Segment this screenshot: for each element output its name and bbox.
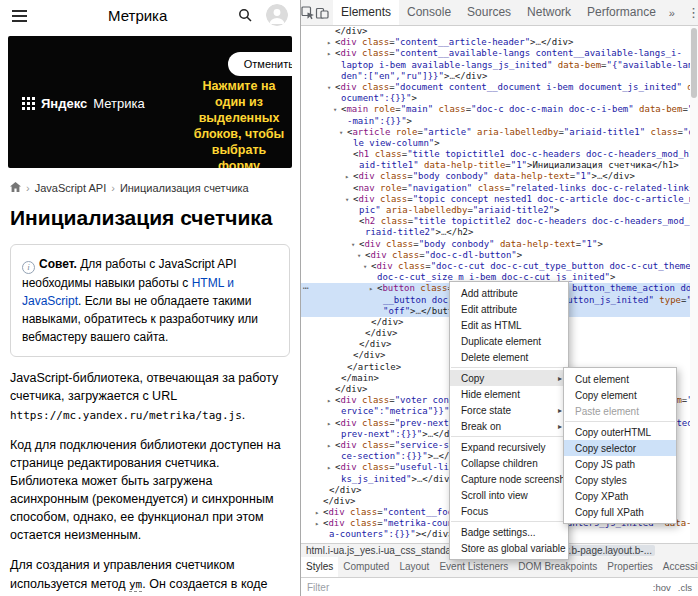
dom-tree-line[interactable]: riaid-title2">…</h2> [301,227,698,238]
collapse-arrow-icon[interactable]: ▾ [363,262,371,272]
dom-tree-line[interactable]: ▾<main role="main" class="doc-c doc-c-ma… [301,104,698,115]
menu-item-add-attribute[interactable]: Add attribute [450,285,568,301]
menu-item-badge-settings[interactable]: Badge settings... [450,524,568,540]
scrollbar-thumb[interactable] [691,28,697,98]
sidebar-tab-event-listeners[interactable]: Event Listeners [434,557,513,577]
cancel-button[interactable]: Отменить [228,52,292,76]
expand-arrow-icon[interactable]: ▸ [315,519,323,529]
dom-tree-line[interactable]: ▾<div class="doc-c-cut doc-c-cut_type_bu… [301,261,698,272]
menu-item-collapse-children[interactable]: Collapse children [450,455,568,471]
devtools-tab-network[interactable]: Network [519,0,579,25]
toggle-cls[interactable]: .cls [678,582,692,593]
dom-tree-line[interactable]: le view-column"> [301,138,698,149]
dom-tree-line[interactable]: laptop i-bem available-langs_js_inited" … [301,60,698,71]
devtools-tab-sources[interactable]: Sources [459,0,519,25]
dom-tree-line[interactable]: ▾<div class="body conbody" data-help-tex… [301,239,698,250]
dom-tree-line[interactable]: ▾<div class="topic concept nested1 doc-c… [301,194,698,205]
menu-item-copy-element[interactable]: Copy element [564,387,676,403]
menu-item-duplicate-element[interactable]: Duplicate element [450,333,568,349]
collapse-arrow-icon[interactable]: ▾ [345,195,353,205]
menu-item-edit-attribute[interactable]: Edit attribute [450,301,568,317]
ym-method-link[interactable]: ym [129,578,142,592]
menu-item-cut-element[interactable]: Cut element [564,371,676,387]
collapse-arrow-icon[interactable]: ▾ [351,240,359,250]
user-avatar[interactable] [266,4,288,26]
code-token: -main":{}}" [347,116,407,126]
styles-filter-input[interactable] [307,582,487,593]
search-icon[interactable] [238,8,252,26]
dom-tree-line[interactable]: pic" aria-labelledby="ariaid-title2"> [301,205,698,216]
dom-tree-line[interactable]: ocument":{}}"> [301,93,698,104]
menu-item-scroll-into-view[interactable]: Scroll into view [450,487,568,503]
devtools-tab-performance[interactable]: Performance [579,0,664,25]
more-tabs-icon[interactable]: » [664,7,680,19]
menu-item-capture-node-screenshot[interactable]: Capture node screenshot [450,471,568,487]
collapse-arrow-icon[interactable]: ▾ [333,105,341,115]
menu-item-store-as-global-variable[interactable]: Store as global variable [450,540,568,556]
devtools-tab-elements[interactable]: Elements [333,0,399,25]
menu-item-hide-element[interactable]: Hide element [450,386,568,402]
collapse-arrow-icon[interactable]: ▾ [327,83,335,93]
device-toolbar-icon[interactable] [315,1,329,25]
menu-item-force-state[interactable]: Force state▸ [450,402,568,418]
menu-icon[interactable] [12,10,27,25]
arrow-spacer [315,497,323,507]
breadcrumb-item-javascript-api[interactable]: JavaScript API [35,182,107,194]
dom-tree-line[interactable]: ▾<div class="doc-c-dl-button"> [301,250,698,261]
menu-item-copy-outerhtml[interactable]: Copy outerHTML [564,424,676,440]
expand-arrow-icon[interactable]: ▸ [327,396,335,406]
dom-tree-line[interactable]: ▾<div class="document content__document … [301,82,698,93]
sidebar-tab-layout[interactable]: Layout [394,557,434,577]
dom-tree-line[interactable]: ▸<div class="body conbody" data-help-tex… [301,171,698,182]
dom-tree-line[interactable]: </div> [301,26,698,37]
dom-tree-line[interactable]: <h1 class="title topictitle1 doc-c-heade… [301,149,698,160]
home-icon[interactable] [10,182,21,194]
sidebar-tab-styles[interactable]: Styles [301,557,338,577]
expand-arrow-icon[interactable]: ▸ [327,49,335,59]
toggle-hov[interactable]: :hov [653,582,671,593]
expand-arrow-icon[interactable]: ▸ [345,172,353,182]
sidebar-tab-accessibility[interactable]: Accessibility [658,557,698,577]
menu-item-label: Delete element [461,352,528,363]
menu-item-copy-selector[interactable]: Copy selector [564,440,676,456]
dom-tree-line[interactable]: ▸<div class="content__article-header">…<… [301,37,698,48]
menu-item-expand-recursively[interactable]: Expand recursively [450,439,568,455]
menu-item-copy[interactable]: Copy▸ [450,370,568,386]
menu-item-focus[interactable]: Focus [450,503,568,519]
expand-arrow-icon[interactable]: ▸ [369,284,377,294]
dom-tree-line[interactable]: <nav role="navigation" class="related-li… [301,183,698,194]
dom-tree-line[interactable]: ▾<article role="article" aria-labelledby… [301,127,698,138]
line-options-icon[interactable]: ⋯ [303,283,307,294]
dom-tree-line[interactable]: <h2 class="title topictitle2 doc-c-heade… [301,216,698,227]
menu-item-break-on[interactable]: Break on▸ [450,418,568,434]
menu-item-copy-full-xpath[interactable]: Copy full XPath [564,504,676,520]
expand-arrow-icon[interactable]: ▸ [327,463,335,473]
collapse-arrow-icon[interactable]: ▾ [339,128,347,138]
menu-item-delete-element[interactable]: Delete element [450,349,568,365]
kebab-menu-icon[interactable]: ⋮ [680,5,698,20]
code-token: > [610,272,615,282]
dom-tree-line[interactable]: -main":{}}"> [301,116,698,127]
code-token: "body conbody" [419,239,495,249]
code-token: > [434,138,439,148]
expand-arrow-icon[interactable]: ▸ [327,38,335,48]
expand-arrow-icon[interactable]: ▸ [315,508,323,518]
sidebar-tab-computed[interactable]: Computed [338,557,394,577]
menu-item-copy-xpath[interactable]: Copy XPath [564,488,676,504]
menu-item-label: Paste element [575,406,639,417]
collapse-arrow-icon[interactable]: ▾ [357,251,365,261]
dom-tree-line[interactable]: ▸<div class="content__available-langs co… [301,48,698,59]
arrow-spacer [351,161,359,171]
dom-tree-line[interactable]: den":["en","ru"]}}">…</div> [301,71,698,82]
sidebar-tab-properties[interactable]: Properties [602,557,658,577]
devtools-tab-console[interactable]: Console [399,0,459,25]
dom-tree-line[interactable]: aid-title1" data-help-title="1">Инициали… [301,160,698,171]
menu-item-edit-as-html[interactable]: Edit as HTML [450,317,568,333]
inspect-icon[interactable] [301,1,315,25]
expand-arrow-icon[interactable]: ▸ [327,419,335,429]
dom-tree-scrollbar[interactable] [690,26,698,543]
sidebar-tab-dom-breakpoints[interactable]: DOM Breakpoints [513,557,602,577]
expand-arrow-icon[interactable]: ▸ [327,441,335,451]
menu-item-copy-styles[interactable]: Copy styles [564,472,676,488]
menu-item-copy-js-path[interactable]: Copy JS path [564,456,676,472]
